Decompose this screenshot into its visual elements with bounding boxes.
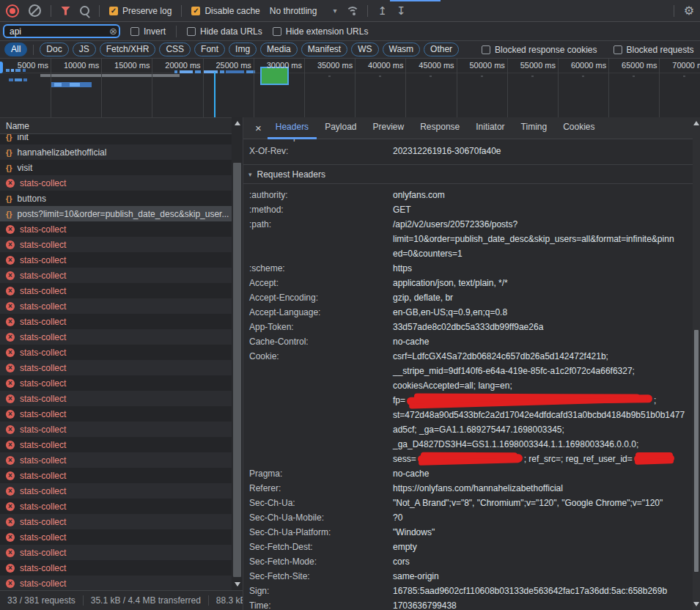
header-value-text: fp=	[393, 395, 405, 405]
request-row[interactable]: ×stats-collect	[0, 252, 232, 268]
request-name: stats-collect	[20, 455, 66, 466]
request-row[interactable]: ×stats-collect	[0, 237, 232, 252]
overview-gridline	[203, 59, 204, 117]
request-row[interactable]: {}buttons	[0, 191, 232, 206]
error-icon: ×	[6, 441, 15, 449]
filter-chip-ws[interactable]: WS	[351, 43, 378, 56]
request-row[interactable]: ×stats-collect	[0, 514, 232, 529]
waterfall-tick	[582, 76, 584, 77]
request-row[interactable]: ×stats-collect	[0, 314, 232, 329]
funnel-icon	[61, 7, 70, 15]
request-row[interactable]: ×stats-collect	[0, 175, 232, 191]
request-row[interactable]: ×stats-collect	[0, 422, 232, 437]
header-value-text: no-cache	[393, 337, 429, 347]
throttling-dropdown[interactable]: No throttling ▾	[270, 6, 337, 16]
hide-extension-urls-checkbox[interactable]: Hide extension URLs	[273, 26, 369, 37]
network-conditions-button[interactable]	[346, 7, 358, 15]
request-list-scrollbar[interactable]	[232, 117, 243, 590]
tab-response[interactable]: Response	[412, 117, 468, 139]
scroll-up-icon[interactable]	[235, 121, 240, 125]
request-row[interactable]: ×stats-collect	[0, 576, 232, 591]
error-icon: ×	[6, 271, 15, 280]
export-har-button[interactable]: ↧	[397, 4, 406, 18]
filter-toggle-button[interactable]	[61, 7, 70, 15]
request-row[interactable]: ×stats-collect	[0, 268, 232, 283]
overview[interactable]: 5000 ms10000 ms15000 ms20000 ms25000 ms3…	[0, 59, 700, 117]
request-row[interactable]: ×stats-collect	[0, 283, 232, 298]
clear-button[interactable]	[29, 4, 41, 17]
request-name: stats-collect	[20, 501, 66, 512]
request-headers-section-header[interactable]: ▾ Request Headers	[243, 164, 693, 184]
resources-size: 88.3 kB	[216, 595, 243, 606]
disable-cache-checkbox[interactable]: ✓ Disable cache	[191, 6, 259, 16]
header-row: Sec-Ch-Ua-Mobile:?0	[243, 510, 693, 525]
filter-chip-fetch-xhr[interactable]: Fetch/XHR	[100, 43, 156, 56]
header-name: Sec-Fetch-Dest:	[249, 540, 313, 554]
tab-initiator[interactable]: Initiator	[468, 117, 512, 139]
filter-chip-js[interactable]: JS	[73, 43, 96, 56]
request-row[interactable]: ×stats-collect	[0, 391, 232, 406]
tab-preview[interactable]: Preview	[365, 117, 413, 139]
header-row: :method:GET	[243, 202, 693, 217]
request-row[interactable]: ×stats-collect	[0, 560, 232, 576]
blocked-response-cookies-checkbox[interactable]: Blocked response cookies	[482, 45, 597, 55]
scroll-down-icon[interactable]	[693, 602, 699, 606]
request-row[interactable]: ×stats-collect	[0, 529, 232, 545]
invert-checkbox[interactable]: Invert	[130, 26, 166, 37]
waterfall-bar	[203, 70, 218, 73]
header-value-line: 33d57ade8c02dbc5a333db99ff9ae26a	[393, 320, 693, 334]
request-row[interactable]: ×stats-collect	[0, 345, 232, 360]
request-row[interactable]: {}posts?limit=10&order=publish_date_desc…	[0, 206, 232, 221]
scrollbar-thumb[interactable]	[233, 163, 241, 577]
filter-chip-all[interactable]: All	[4, 43, 27, 56]
filter-chip-css[interactable]: CSS	[159, 43, 191, 56]
filter-input[interactable]	[3, 24, 120, 38]
scroll-up-icon[interactable]	[693, 121, 699, 125]
tab-payload[interactable]: Payload	[317, 117, 364, 139]
filter-chip-media[interactable]: Media	[260, 43, 298, 56]
request-row[interactable]: ×stats-collect	[0, 406, 232, 422]
request-name: stats-collect	[20, 578, 66, 589]
request-row[interactable]: ×stats-collect	[0, 329, 232, 345]
filter-chip-img[interactable]: Img	[229, 43, 257, 56]
record-button[interactable]	[6, 4, 19, 18]
close-icon[interactable]: ×	[249, 122, 268, 134]
error-icon: ×	[6, 317, 15, 326]
scroll-down-icon[interactable]	[235, 582, 240, 587]
tab-timing[interactable]: Timing	[513, 117, 556, 139]
clear-filter-icon[interactable]: ⊗	[109, 26, 117, 37]
header-value-line: en-GB,en-US;q=0.9,en;q=0.8	[393, 305, 693, 320]
request-row[interactable]: ×stats-collect	[0, 375, 232, 391]
header-value-text: __stripe_mid=9df140f6-e64a-419e-85fc-a1c…	[393, 366, 635, 376]
request-row[interactable]: ×stats-collect	[0, 452, 232, 468]
filter-chip-font[interactable]: Font	[194, 43, 225, 56]
request-row[interactable]: {}visit	[0, 160, 232, 175]
blocked-requests-checkbox[interactable]: Blocked requests	[614, 45, 694, 55]
preserve-log-checkbox[interactable]: ✓ Preserve log	[109, 6, 172, 16]
filter-chip-wasm[interactable]: Wasm	[383, 43, 421, 56]
request-row[interactable]: {}init	[0, 134, 232, 144]
settings-button[interactable]: ⚙	[684, 4, 694, 18]
name-column-header[interactable]: Name	[0, 118, 243, 134]
request-row[interactable]: ×stats-collect	[0, 468, 232, 483]
scrollbar-thumb[interactable]	[694, 330, 699, 572]
request-row[interactable]: ×stats-collect	[0, 221, 232, 237]
tab-headers[interactable]: Headers	[268, 117, 317, 139]
filter-chip-manifest[interactable]: Manifest	[301, 43, 347, 56]
details-scrollbar[interactable]	[693, 117, 700, 610]
hide-data-urls-checkbox[interactable]: Hide data URLs	[187, 26, 262, 37]
request-row[interactable]: ×stats-collect	[0, 483, 232, 499]
search-button[interactable]	[80, 6, 89, 15]
request-row[interactable]: ×stats-collect	[0, 298, 232, 314]
request-name: stats-collect	[20, 425, 66, 435]
header-row: X-Of-Rev:202312261916-30670fa40e	[243, 144, 693, 158]
import-har-button[interactable]: ↥	[377, 4, 387, 18]
tab-cookies[interactable]: Cookies	[555, 117, 603, 139]
request-row[interactable]: ×stats-collect	[0, 437, 232, 452]
filter-chip-other[interactable]: Other	[424, 43, 459, 56]
request-row[interactable]: {}hannahelizabethofficial	[0, 144, 232, 160]
request-row[interactable]: ×stats-collect	[0, 499, 232, 514]
request-row[interactable]: ×stats-collect	[0, 545, 232, 560]
request-row[interactable]: ×stats-collect	[0, 360, 232, 375]
filter-chip-doc[interactable]: Doc	[40, 43, 68, 56]
